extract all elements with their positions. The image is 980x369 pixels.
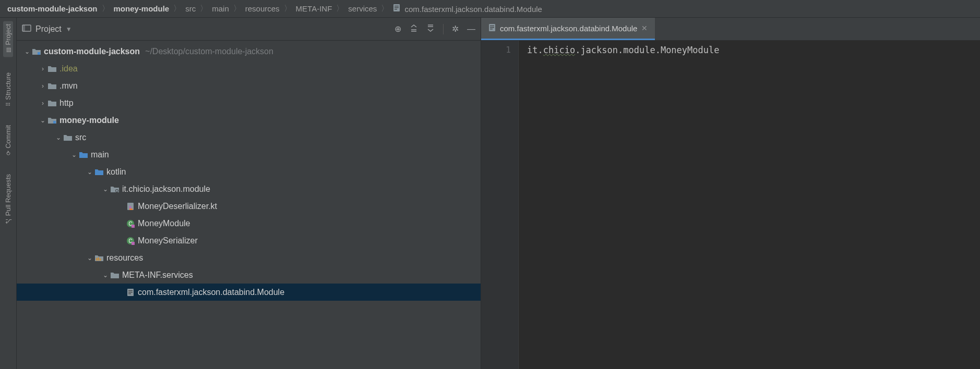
svg-rect-24 [128, 293, 131, 294]
module-icon [47, 116, 57, 124]
svg-rect-2 [395, 7, 399, 8]
chevron-down-icon[interactable]: ⌄ [86, 254, 94, 262]
pull-request-icon: ⎇ [5, 218, 11, 225]
tree-row[interactable]: ⌄it.chicio.jackson.module [17, 180, 481, 198]
crumb-resources[interactable]: resources [245, 4, 280, 13]
folder-gray-icon [47, 65, 57, 72]
tree-row[interactable]: ⌄kotlin [17, 163, 481, 180]
tree-node-label: META-INF.services [122, 270, 193, 280]
crumb-main[interactable]: main [212, 4, 229, 13]
svg-rect-28 [490, 29, 493, 29]
resources-icon [94, 254, 104, 262]
svg-rect-23 [128, 292, 133, 292]
code-text-2: .jackson.module.MoneyModule [575, 45, 719, 55]
line-gutter: 1 [481, 41, 519, 369]
chevron-down-icon[interactable]: ⌄ [54, 134, 63, 141]
project-panel-title[interactable]: Project [35, 24, 62, 34]
kt-class-icon: C [125, 237, 136, 245]
collapse-all-icon[interactable] [426, 24, 435, 34]
svg-point-9 [116, 190, 118, 192]
text-file-icon [125, 288, 136, 297]
tree-row[interactable]: ⌄main [17, 146, 481, 163]
tool-tab-structure-label: Structure [4, 72, 12, 100]
chevron-right-icon[interactable]: › [39, 82, 47, 90]
crumb-file-label: com.fasterxml.jackson.databind.Module [405, 5, 542, 14]
tool-tab-pull-requests[interactable]: ⎇ Pull Requests [3, 171, 13, 228]
tool-tab-structure[interactable]: ⠿ Structure [3, 69, 13, 109]
tree-row[interactable]: ⌄src [17, 129, 481, 146]
crumb-metainf[interactable]: META-INF [296, 4, 332, 13]
svg-rect-22 [128, 290, 133, 291]
tool-tab-commit[interactable]: ⟳ Commit [3, 122, 13, 158]
tree-row[interactable]: ⌄custom-module-jackson~/Desktop/custom-m… [17, 43, 481, 60]
tree-row[interactable]: ›http [17, 94, 481, 112]
chevron-right-icon[interactable]: › [39, 65, 47, 72]
chevron-right-icon: 〉 [381, 4, 389, 14]
svg-rect-26 [490, 26, 494, 26]
tree-row[interactable]: MoneyDeserlializer.kt [17, 198, 481, 215]
chevron-right-icon: 〉 [336, 4, 344, 14]
code-content[interactable]: it.chicio.jackson.module.MoneyModule [519, 41, 980, 369]
tree-row[interactable]: ⌄META-INF.services [17, 266, 481, 284]
chevron-down-icon[interactable]: ▼ [66, 26, 72, 33]
tool-tab-commit-label: Commit [4, 125, 12, 149]
svg-rect-27 [490, 27, 494, 28]
tree-row[interactable]: ⌄resources [17, 249, 481, 266]
tree-node-label: MoneyDeserlializer.kt [138, 202, 217, 211]
text-file-icon [488, 23, 496, 33]
project-panel-header: Project ▼ ⊕ ✲ — [17, 18, 481, 41]
tree-node-label: it.chicio.jackson.module [122, 185, 210, 194]
folder-gray-icon [47, 99, 57, 107]
gear-icon[interactable]: ✲ [452, 24, 459, 34]
left-tool-strip: ▥ Project ⠿ Structure ⟳ Commit ⎇ Pull Re… [0, 18, 17, 369]
chevron-down-icon[interactable]: ⌄ [86, 168, 94, 176]
kt-file-icon [125, 202, 136, 211]
tool-tab-project[interactable]: ▥ Project [3, 21, 13, 57]
tree-node-label: money-module [59, 116, 119, 125]
svg-rect-17 [132, 242, 135, 245]
tree-row[interactable]: com.fasterxml.jackson.databind.Module [17, 284, 481, 301]
chevron-right-icon: 〉 [233, 4, 241, 14]
project-icon: ▥ [5, 47, 11, 54]
tree-row[interactable]: CMoneySerializer [17, 232, 481, 249]
editor-tab-label: com.fasterxml.jackson.databind.Module [500, 24, 637, 33]
close-icon[interactable]: ✕ [641, 24, 648, 32]
editor-body[interactable]: 1 it.chicio.jackson.module.MoneyModule [481, 41, 980, 369]
svg-rect-19 [98, 257, 100, 261]
editor-area: com.fasterxml.jackson.databind.Module ✕ … [481, 18, 980, 369]
code-text-1: it. [527, 45, 543, 55]
crumb-module[interactable]: money-module [114, 4, 170, 13]
chevron-down-icon[interactable]: ⌄ [70, 151, 78, 158]
tree-node-label: resources [106, 253, 143, 263]
divider [443, 24, 444, 34]
tree-node-label: com.fasterxml.jackson.databind.Module [138, 288, 284, 297]
chevron-down-icon[interactable]: ⌄ [39, 117, 47, 124]
tree-row[interactable]: ⌄money-module [17, 112, 481, 129]
chevron-right-icon[interactable]: › [39, 100, 47, 107]
project-tree[interactable]: ⌄custom-module-jackson~/Desktop/custom-m… [17, 41, 481, 369]
folder-gray-icon [63, 133, 73, 141]
tree-node-label: MoneyModule [138, 219, 190, 228]
tree-row[interactable]: ›.idea [17, 60, 481, 77]
expand-all-icon[interactable] [410, 24, 418, 34]
chevron-down-icon[interactable]: ⌄ [101, 272, 110, 279]
tree-row[interactable]: CMoneyModule [17, 215, 481, 232]
crumb-root[interactable]: custom-module-jackson [7, 4, 98, 13]
tree-row[interactable]: ›.mvn [17, 77, 481, 94]
crumb-services[interactable]: services [348, 4, 377, 13]
kt-class-icon: C [125, 219, 136, 228]
text-file-icon [393, 5, 402, 14]
crumb-src[interactable]: src [185, 4, 196, 13]
crumb-file[interactable]: com.fasterxml.jackson.databind.Module [393, 4, 542, 14]
editor-tab-active[interactable]: com.fasterxml.jackson.databind.Module ✕ [481, 18, 655, 40]
chevron-down-icon[interactable]: ⌄ [23, 48, 31, 55]
chevron-right-icon: 〉 [102, 4, 110, 14]
hide-panel-icon[interactable]: — [467, 24, 475, 34]
chevron-down-icon[interactable]: ⌄ [101, 186, 110, 193]
svg-rect-6 [38, 52, 40, 55]
folder-blue-icon [78, 151, 89, 158]
folder-gray-icon [47, 82, 57, 90]
breadcrumb: custom-module-jackson 〉 money-module 〉 s… [0, 0, 980, 18]
locate-icon[interactable]: ⊕ [395, 24, 401, 34]
line-number: 1 [481, 45, 511, 55]
